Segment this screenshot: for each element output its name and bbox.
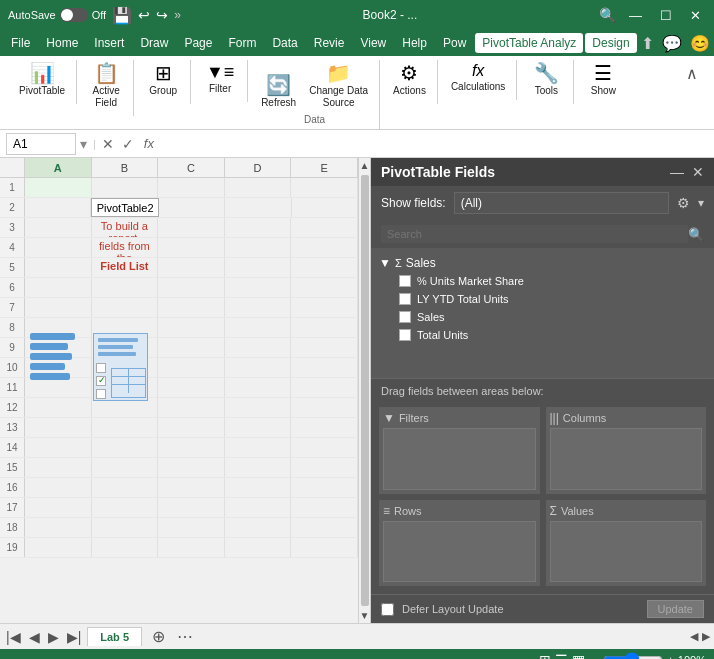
settings-gear-icon[interactable]: ⚙ bbox=[677, 195, 690, 211]
page-layout-icon[interactable]: ☰ bbox=[555, 652, 568, 659]
formula-options-icon[interactable]: ▾ bbox=[80, 136, 87, 152]
menu-insert[interactable]: Insert bbox=[87, 33, 131, 53]
col-header-d[interactable]: D bbox=[225, 158, 292, 177]
restore-btn[interactable]: ☐ bbox=[655, 6, 677, 25]
cell-a4[interactable] bbox=[25, 238, 92, 257]
menu-review[interactable]: Revie bbox=[307, 33, 352, 53]
share-icon[interactable]: ⬆ bbox=[641, 34, 654, 53]
zoom-minus-btn[interactable]: − bbox=[593, 654, 599, 659]
cell-c5[interactable] bbox=[158, 258, 225, 277]
cell-d2[interactable] bbox=[225, 198, 291, 217]
show-fields-select[interactable]: (All) bbox=[454, 192, 669, 214]
page-break-icon[interactable]: ▦ bbox=[572, 652, 585, 659]
pivot-panel-collapse-btn[interactable]: — bbox=[670, 164, 684, 180]
checkbox-total-units[interactable] bbox=[399, 329, 411, 341]
comments-icon[interactable]: 💬 bbox=[662, 34, 682, 53]
sheet-nav-first[interactable]: |◀ bbox=[4, 627, 23, 647]
cell-a2[interactable] bbox=[25, 198, 91, 217]
vertical-scrollbar[interactable]: ▲ ▼ bbox=[358, 158, 370, 623]
values-area[interactable] bbox=[550, 521, 703, 583]
columns-area[interactable] bbox=[550, 428, 703, 490]
cell-e4[interactable] bbox=[291, 238, 358, 257]
cell-c1[interactable] bbox=[158, 178, 225, 197]
cell-e2[interactable] bbox=[292, 198, 358, 217]
cell-c3[interactable] bbox=[158, 218, 225, 237]
show-btn[interactable]: ☰ Show bbox=[582, 60, 624, 100]
active-field-btn[interactable]: 📋 ActiveField bbox=[85, 60, 127, 112]
cell-a5[interactable] bbox=[25, 258, 92, 277]
col-header-b[interactable]: B bbox=[92, 158, 159, 177]
cell-b1[interactable] bbox=[92, 178, 159, 197]
scroll-up-btn[interactable]: ▲ bbox=[358, 158, 370, 173]
cell-d3[interactable] bbox=[225, 218, 292, 237]
sheet-nav-prev[interactable]: ◀ bbox=[27, 627, 42, 647]
search-input[interactable] bbox=[381, 225, 688, 243]
redo-icon[interactable]: ↪ bbox=[156, 7, 168, 23]
menu-design[interactable]: Design bbox=[585, 33, 636, 53]
col-header-e[interactable]: E bbox=[291, 158, 358, 177]
col-header-a[interactable]: A bbox=[25, 158, 92, 177]
checkbox-ly-ytd[interactable] bbox=[399, 293, 411, 305]
filters-area[interactable] bbox=[383, 428, 536, 490]
menu-draw[interactable]: Draw bbox=[133, 33, 175, 53]
formula-confirm-icon[interactable]: ✓ bbox=[122, 136, 134, 152]
checkbox-sales[interactable] bbox=[399, 311, 411, 323]
cell-d4[interactable] bbox=[225, 238, 292, 257]
field-group-expand-icon[interactable]: ▼ bbox=[379, 256, 391, 270]
filter-btn[interactable]: ▼≡ Filter bbox=[199, 60, 241, 98]
normal-view-icon[interactable]: ⊞ bbox=[539, 652, 551, 659]
pivot-panel-close-btn[interactable]: ✕ bbox=[692, 164, 704, 180]
menu-power[interactable]: Pow bbox=[436, 33, 473, 53]
sheet-nav-next[interactable]: ▶ bbox=[46, 627, 61, 647]
cell-c4[interactable] bbox=[158, 238, 225, 257]
update-btn[interactable]: Update bbox=[647, 600, 704, 618]
menu-data[interactable]: Data bbox=[265, 33, 304, 53]
menu-page[interactable]: Page bbox=[177, 33, 219, 53]
emoji-icon[interactable]: 😊 bbox=[690, 34, 710, 53]
refresh-btn[interactable]: 🔄 Refresh bbox=[256, 72, 301, 112]
sheet-nav-last[interactable]: ▶| bbox=[65, 627, 84, 647]
pivottable-btn[interactable]: 📊 PivotTable bbox=[14, 60, 70, 100]
cell-e5[interactable] bbox=[291, 258, 358, 277]
cell-a1[interactable] bbox=[25, 178, 92, 197]
undo-icon[interactable]: ↩ bbox=[138, 7, 150, 23]
scroll-down-btn[interactable]: ▼ bbox=[358, 608, 370, 623]
cell-b5[interactable]: Field List bbox=[92, 258, 159, 277]
menu-form[interactable]: Form bbox=[221, 33, 263, 53]
save-icon[interactable]: 💾 bbox=[112, 6, 132, 25]
menu-help[interactable]: Help bbox=[395, 33, 434, 53]
cell-b3[interactable]: To build a report, choose bbox=[92, 218, 159, 237]
sheet-nav-right-left[interactable]: ◀ bbox=[690, 630, 698, 643]
cell-b2[interactable]: PivotTable2 bbox=[91, 198, 158, 217]
calculations-btn[interactable]: fx Calculations bbox=[446, 60, 510, 96]
cell-e1[interactable] bbox=[291, 178, 358, 197]
minimize-btn[interactable]: — bbox=[624, 6, 647, 25]
settings-dropdown-icon[interactable]: ▾ bbox=[698, 196, 704, 210]
search-icon[interactable]: 🔍 bbox=[688, 227, 704, 242]
change-data-source-btn[interactable]: 📁 Change DataSource bbox=[304, 60, 373, 112]
cell-reference-input[interactable] bbox=[6, 133, 76, 155]
zoom-slider[interactable] bbox=[603, 652, 663, 659]
autosave-toggle[interactable] bbox=[60, 8, 88, 22]
tools-btn[interactable]: 🔧 Tools bbox=[525, 60, 567, 100]
ribbon-collapse-btn[interactable]: ∧ bbox=[678, 61, 706, 86]
rows-area[interactable] bbox=[383, 521, 536, 583]
cell-d1[interactable] bbox=[225, 178, 292, 197]
cell-c2[interactable] bbox=[159, 198, 225, 217]
menu-home[interactable]: Home bbox=[39, 33, 85, 53]
col-header-c[interactable]: C bbox=[158, 158, 225, 177]
close-btn[interactable]: ✕ bbox=[685, 6, 706, 25]
sheet-tab-lab5[interactable]: Lab 5 bbox=[87, 627, 142, 646]
defer-layout-checkbox[interactable] bbox=[381, 603, 394, 616]
scroll-thumb[interactable] bbox=[361, 175, 369, 606]
sheet-options-icon[interactable]: ⋯ bbox=[175, 625, 195, 648]
formula-input[interactable] bbox=[164, 137, 708, 151]
formula-cancel-icon[interactable]: ✕ bbox=[102, 136, 114, 152]
cell-d5[interactable] bbox=[225, 258, 292, 277]
cell-e3[interactable] bbox=[291, 218, 358, 237]
checkbox-units-market-share[interactable] bbox=[399, 275, 411, 287]
zoom-plus-btn[interactable]: + bbox=[667, 654, 673, 659]
menu-view[interactable]: View bbox=[353, 33, 393, 53]
menu-file[interactable]: File bbox=[4, 33, 37, 53]
add-sheet-btn[interactable]: ⊕ bbox=[146, 625, 171, 648]
